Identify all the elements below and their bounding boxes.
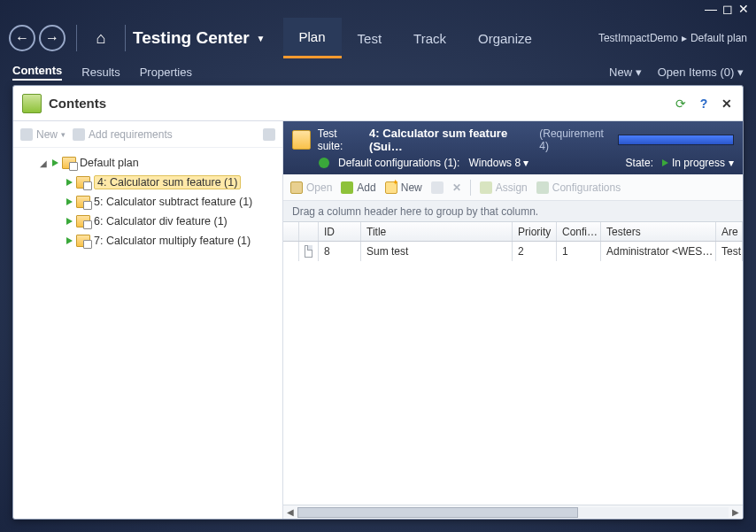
col-id[interactable]: ID (319, 222, 361, 241)
tree-overflow-button[interactable] (263, 128, 275, 141)
tab-track[interactable]: Track (397, 18, 462, 58)
col-priority[interactable]: Priority (513, 222, 557, 241)
tab-organize[interactable]: Organize (462, 18, 548, 58)
config-dropdown[interactable]: Windows 8 ▾ (468, 157, 528, 169)
col-testers[interactable]: Testers (601, 222, 716, 241)
state-dropdown[interactable]: In progress ▾ (662, 157, 734, 169)
scroll-track[interactable] (297, 507, 729, 518)
center-dropdown[interactable]: ▼ (257, 34, 266, 43)
delete-button[interactable]: ✕ (452, 181, 461, 194)
cell-testers: Administrator <WES… (601, 242, 716, 261)
tree-item[interactable]: 5: Calculator subtract feature (1) (17, 192, 279, 212)
breadcrumb-sep: ▸ (682, 32, 687, 44)
scroll-right-button[interactable]: ▶ (729, 507, 743, 517)
suite-icon (76, 196, 90, 208)
grid-header: ID Title Priority Confi… Testers Are (283, 222, 743, 242)
window-close-button[interactable]: ✕ (738, 2, 749, 16)
main-header: ← → ⌂ Testing Center ▼ Plan Test Track O… (0, 18, 756, 58)
divider (470, 180, 471, 196)
check-icon (319, 158, 329, 168)
tree-item[interactable]: 7: Calculator multiply feature (1) (17, 231, 279, 251)
subtab-properties[interactable]: Properties (140, 66, 192, 79)
suite-icon (76, 215, 90, 227)
state-label: State: (626, 157, 653, 169)
tree-item-label: 5: Calculator subtract feature (1) (94, 196, 252, 208)
group-by-bar[interactable]: Drag a column header here to group by th… (283, 201, 743, 222)
suite-header: Test suite: 4: Calculator sum feature (S… (283, 121, 743, 174)
tab-plan[interactable]: Plan (283, 18, 342, 58)
content-pane: Test suite: 4: Calculator sum feature (S… (283, 121, 743, 519)
assign-button[interactable]: Assign (480, 181, 528, 194)
new-button[interactable]: New (385, 181, 422, 194)
cell-title: Sum test (361, 242, 513, 261)
contents-icon (22, 94, 42, 113)
run-icon (66, 218, 73, 225)
config-label: Default configurations (1): (338, 157, 459, 169)
suite-icon (76, 176, 90, 189)
grid-body[interactable]: 8 Sum test 2 1 Administrator <WES… Test (283, 242, 743, 505)
divider (76, 25, 77, 51)
copy-button[interactable] (431, 181, 444, 194)
tab-test[interactable]: Test (342, 18, 398, 58)
tree-toolbar: New ▾ Add requirements (13, 121, 282, 148)
plan-icon (62, 157, 76, 169)
open-items-dropdown[interactable]: Open Items (0) ▾ (658, 66, 744, 79)
refresh-button[interactable]: ⟳ (674, 96, 688, 111)
tree-root-label: Default plan (80, 157, 139, 169)
scroll-thumb[interactable] (297, 507, 578, 518)
cell-area: Test (716, 242, 743, 261)
tree-add-requirements-button[interactable]: Add requirements (73, 128, 173, 141)
add-button[interactable]: Add (341, 181, 375, 194)
plan-tree[interactable]: ◢ Default plan 4: Calculator sum feature… (13, 148, 282, 256)
tree-new-button[interactable]: New ▾ (20, 128, 66, 141)
tree-item-label: 7: Calculator multiply feature (1) (94, 235, 251, 247)
col-config[interactable]: Confi… (557, 222, 601, 241)
tree-root[interactable]: ◢ Default plan (17, 153, 279, 173)
run-icon (66, 198, 73, 205)
back-button[interactable]: ← (9, 25, 35, 51)
contents-panel: Contents ⟳ ? ✕ New ▾ Add requirements ◢ … (12, 85, 744, 520)
help-button[interactable]: ? (697, 96, 711, 111)
tree-pane: New ▾ Add requirements ◢ Default plan 4:… (13, 121, 283, 519)
breadcrumb-plan[interactable]: Default plan (690, 32, 747, 44)
subtab-contents[interactable]: Contents (12, 64, 62, 81)
col-icon[interactable] (299, 222, 319, 241)
app-title: Testing Center (133, 28, 250, 48)
scroll-left-button[interactable]: ◀ (283, 507, 297, 517)
expander-icon[interactable]: ◢ (40, 158, 49, 168)
suite-icon (76, 235, 90, 247)
home-button[interactable]: ⌂ (89, 27, 112, 50)
suite-progress-bar (618, 135, 734, 145)
minimize-button[interactable]: — (705, 2, 717, 16)
col-title[interactable]: Title (361, 222, 513, 241)
tree-item[interactable]: 6: Calculator div feature (1) (17, 212, 279, 231)
col-drag-handle[interactable] (283, 222, 299, 241)
cell-priority: 2 (513, 242, 557, 261)
open-button[interactable]: Open (290, 181, 332, 194)
col-area[interactable]: Are (716, 222, 743, 241)
close-panel-button[interactable]: ✕ (720, 96, 734, 111)
suite-requirement-link[interactable]: (Requirement 4) (539, 127, 611, 152)
run-icon (66, 179, 73, 186)
forward-button[interactable]: → (39, 25, 66, 51)
test-case-icon (305, 245, 312, 258)
suite-icon (292, 130, 311, 150)
table-row[interactable]: 8 Sum test 2 1 Administrator <WES… Test (283, 242, 743, 261)
divider (125, 25, 126, 51)
sub-header: Contents Results Properties New ▾ Open I… (0, 58, 756, 85)
cell-config: 1 (557, 242, 601, 261)
panel-header: Contents ⟳ ? ✕ (13, 86, 743, 121)
configurations-button[interactable]: Configurations (536, 181, 621, 194)
suite-prefix: Test suite: (318, 127, 362, 152)
breadcrumb-project[interactable]: TestImpactDemo (598, 32, 678, 44)
breadcrumb[interactable]: TestImpactDemo ▸ Default plan (598, 32, 747, 44)
panel-title: Contents (49, 96, 106, 111)
horizontal-scrollbar[interactable]: ◀ ▶ (283, 505, 743, 519)
tree-item-label: 6: Calculator div feature (1) (94, 215, 228, 227)
tree-item-label: 4: Calculator sum feature (1) (94, 175, 241, 189)
subtab-results[interactable]: Results (81, 66, 120, 79)
content-toolbar: Open Add New ✕ Assign Configurations (283, 174, 743, 201)
new-dropdown[interactable]: New ▾ (609, 66, 642, 79)
tree-item[interactable]: 4: Calculator sum feature (1) (17, 173, 279, 192)
maximize-button[interactable]: ◻ (722, 2, 733, 16)
